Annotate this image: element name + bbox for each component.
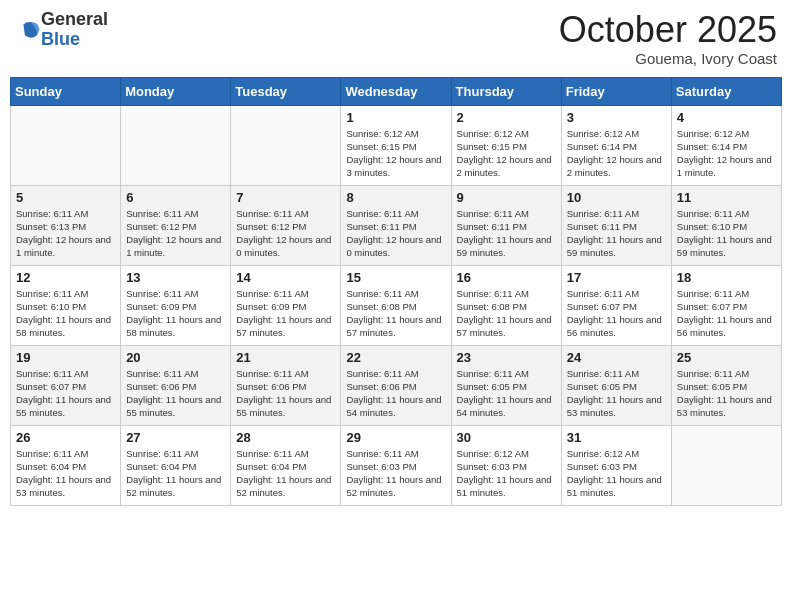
day-info: Sunrise: 6:11 AMSunset: 6:05 PMDaylight:… [457,367,556,420]
calendar-cell [121,105,231,185]
day-number: 19 [16,350,115,365]
day-info: Sunrise: 6:11 AMSunset: 6:06 PMDaylight:… [126,367,225,420]
day-info: Sunrise: 6:11 AMSunset: 6:05 PMDaylight:… [567,367,666,420]
logo-blue: Blue [41,30,108,50]
day-number: 18 [677,270,776,285]
day-info: Sunrise: 6:11 AMSunset: 6:09 PMDaylight:… [236,287,335,340]
day-info: Sunrise: 6:11 AMSunset: 6:04 PMDaylight:… [126,447,225,500]
day-number: 28 [236,430,335,445]
day-number: 11 [677,190,776,205]
day-info: Sunrise: 6:12 AMSunset: 6:03 PMDaylight:… [567,447,666,500]
calendar-cell: 2Sunrise: 6:12 AMSunset: 6:15 PMDaylight… [451,105,561,185]
calendar-week-1: 5Sunrise: 6:11 AMSunset: 6:13 PMDaylight… [11,185,782,265]
calendar-cell: 26Sunrise: 6:11 AMSunset: 6:04 PMDayligh… [11,425,121,505]
calendar-cell: 9Sunrise: 6:11 AMSunset: 6:11 PMDaylight… [451,185,561,265]
day-number: 26 [16,430,115,445]
calendar-cell: 14Sunrise: 6:11 AMSunset: 6:09 PMDayligh… [231,265,341,345]
day-info: Sunrise: 6:11 AMSunset: 6:07 PMDaylight:… [677,287,776,340]
day-info: Sunrise: 6:11 AMSunset: 6:07 PMDaylight:… [567,287,666,340]
day-number: 17 [567,270,666,285]
page: General Blue October 2025 Gouema, Ivory … [0,0,792,612]
day-number: 29 [346,430,445,445]
logo: General Blue [15,10,108,50]
day-info: Sunrise: 6:11 AMSunset: 6:10 PMDaylight:… [677,207,776,260]
calendar-header-sunday: Sunday [11,77,121,105]
logo-icon [17,18,41,42]
calendar-header-row: SundayMondayTuesdayWednesdayThursdayFrid… [11,77,782,105]
day-info: Sunrise: 6:11 AMSunset: 6:05 PMDaylight:… [677,367,776,420]
calendar-week-3: 19Sunrise: 6:11 AMSunset: 6:07 PMDayligh… [11,345,782,425]
calendar-cell: 12Sunrise: 6:11 AMSunset: 6:10 PMDayligh… [11,265,121,345]
calendar-week-2: 12Sunrise: 6:11 AMSunset: 6:10 PMDayligh… [11,265,782,345]
day-info: Sunrise: 6:11 AMSunset: 6:03 PMDaylight:… [346,447,445,500]
calendar-header-monday: Monday [121,77,231,105]
day-info: Sunrise: 6:11 AMSunset: 6:04 PMDaylight:… [16,447,115,500]
calendar-cell: 30Sunrise: 6:12 AMSunset: 6:03 PMDayligh… [451,425,561,505]
day-number: 15 [346,270,445,285]
day-info: Sunrise: 6:11 AMSunset: 6:13 PMDaylight:… [16,207,115,260]
day-info: Sunrise: 6:11 AMSunset: 6:12 PMDaylight:… [126,207,225,260]
day-info: Sunrise: 6:11 AMSunset: 6:08 PMDaylight:… [346,287,445,340]
calendar-cell [671,425,781,505]
calendar-cell: 5Sunrise: 6:11 AMSunset: 6:13 PMDaylight… [11,185,121,265]
calendar-cell: 21Sunrise: 6:11 AMSunset: 6:06 PMDayligh… [231,345,341,425]
calendar-cell: 11Sunrise: 6:11 AMSunset: 6:10 PMDayligh… [671,185,781,265]
day-number: 1 [346,110,445,125]
calendar-cell: 18Sunrise: 6:11 AMSunset: 6:07 PMDayligh… [671,265,781,345]
calendar-cell: 22Sunrise: 6:11 AMSunset: 6:06 PMDayligh… [341,345,451,425]
day-info: Sunrise: 6:11 AMSunset: 6:11 PMDaylight:… [567,207,666,260]
day-info: Sunrise: 6:12 AMSunset: 6:14 PMDaylight:… [677,127,776,180]
calendar-header-wednesday: Wednesday [341,77,451,105]
day-number: 22 [346,350,445,365]
day-number: 6 [126,190,225,205]
calendar-header-tuesday: Tuesday [231,77,341,105]
day-info: Sunrise: 6:11 AMSunset: 6:06 PMDaylight:… [236,367,335,420]
location: Gouema, Ivory Coast [559,50,777,67]
day-info: Sunrise: 6:12 AMSunset: 6:03 PMDaylight:… [457,447,556,500]
day-number: 24 [567,350,666,365]
calendar-cell: 8Sunrise: 6:11 AMSunset: 6:11 PMDaylight… [341,185,451,265]
calendar-header-saturday: Saturday [671,77,781,105]
day-number: 23 [457,350,556,365]
calendar: SundayMondayTuesdayWednesdayThursdayFrid… [10,77,782,506]
calendar-cell [11,105,121,185]
calendar-cell: 10Sunrise: 6:11 AMSunset: 6:11 PMDayligh… [561,185,671,265]
day-info: Sunrise: 6:11 AMSunset: 6:04 PMDaylight:… [236,447,335,500]
calendar-cell: 23Sunrise: 6:11 AMSunset: 6:05 PMDayligh… [451,345,561,425]
calendar-week-0: 1Sunrise: 6:12 AMSunset: 6:15 PMDaylight… [11,105,782,185]
day-number: 2 [457,110,556,125]
calendar-cell: 4Sunrise: 6:12 AMSunset: 6:14 PMDaylight… [671,105,781,185]
calendar-cell: 28Sunrise: 6:11 AMSunset: 6:04 PMDayligh… [231,425,341,505]
day-number: 16 [457,270,556,285]
day-number: 25 [677,350,776,365]
calendar-cell: 19Sunrise: 6:11 AMSunset: 6:07 PMDayligh… [11,345,121,425]
day-info: Sunrise: 6:11 AMSunset: 6:10 PMDaylight:… [16,287,115,340]
calendar-cell: 31Sunrise: 6:12 AMSunset: 6:03 PMDayligh… [561,425,671,505]
day-number: 21 [236,350,335,365]
calendar-cell: 7Sunrise: 6:11 AMSunset: 6:12 PMDaylight… [231,185,341,265]
calendar-cell: 1Sunrise: 6:12 AMSunset: 6:15 PMDaylight… [341,105,451,185]
day-number: 20 [126,350,225,365]
day-info: Sunrise: 6:12 AMSunset: 6:14 PMDaylight:… [567,127,666,180]
title-block: October 2025 Gouema, Ivory Coast [559,10,777,67]
calendar-cell: 16Sunrise: 6:11 AMSunset: 6:08 PMDayligh… [451,265,561,345]
calendar-cell: 15Sunrise: 6:11 AMSunset: 6:08 PMDayligh… [341,265,451,345]
month-title: October 2025 [559,10,777,50]
day-info: Sunrise: 6:11 AMSunset: 6:06 PMDaylight:… [346,367,445,420]
calendar-cell: 27Sunrise: 6:11 AMSunset: 6:04 PMDayligh… [121,425,231,505]
day-info: Sunrise: 6:11 AMSunset: 6:08 PMDaylight:… [457,287,556,340]
calendar-cell: 13Sunrise: 6:11 AMSunset: 6:09 PMDayligh… [121,265,231,345]
day-info: Sunrise: 6:11 AMSunset: 6:12 PMDaylight:… [236,207,335,260]
day-number: 31 [567,430,666,445]
day-info: Sunrise: 6:11 AMSunset: 6:09 PMDaylight:… [126,287,225,340]
calendar-cell: 24Sunrise: 6:11 AMSunset: 6:05 PMDayligh… [561,345,671,425]
header: General Blue October 2025 Gouema, Ivory … [10,10,782,67]
logo-general: General [41,10,108,30]
day-number: 3 [567,110,666,125]
calendar-cell: 29Sunrise: 6:11 AMSunset: 6:03 PMDayligh… [341,425,451,505]
day-number: 14 [236,270,335,285]
logo-text: General Blue [41,10,108,50]
day-info: Sunrise: 6:12 AMSunset: 6:15 PMDaylight:… [457,127,556,180]
day-info: Sunrise: 6:11 AMSunset: 6:07 PMDaylight:… [16,367,115,420]
calendar-cell [231,105,341,185]
